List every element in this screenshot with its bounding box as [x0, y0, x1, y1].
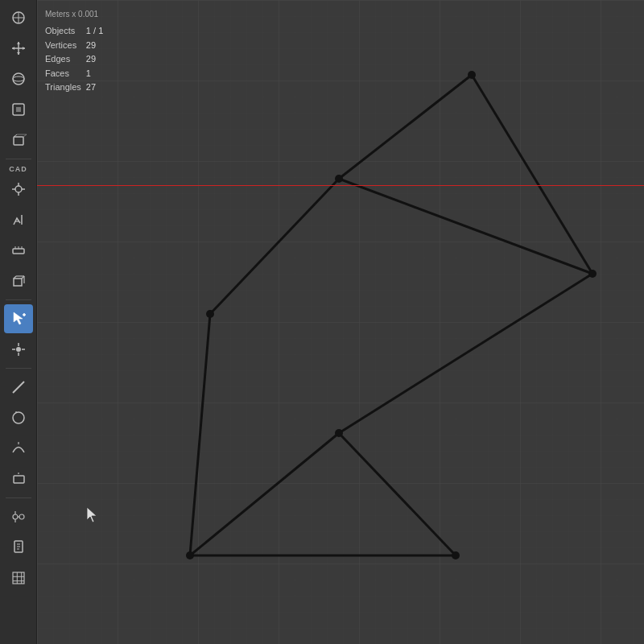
viewport[interactable]: Meters x 0.001 Objects 1 / 1 Vertices 29…	[37, 0, 644, 644]
svg-marker-33	[14, 312, 23, 324]
arc-icon[interactable]	[4, 434, 33, 463]
svg-marker-8	[23, 47, 25, 50]
svg-rect-13	[14, 137, 23, 145]
svg-rect-63	[37, 0, 644, 644]
svg-point-47	[13, 514, 18, 519]
connect-icon[interactable]	[4, 502, 33, 531]
transform3d-icon[interactable]	[4, 126, 33, 155]
svg-point-48	[19, 514, 24, 519]
svg-point-36	[16, 347, 21, 352]
snap-icon[interactable]	[4, 175, 33, 204]
line-icon[interactable]	[4, 373, 33, 402]
separator-1	[6, 159, 31, 159]
page-icon[interactable]	[4, 533, 33, 562]
separator-2	[6, 299, 31, 300]
svg-point-17	[15, 186, 22, 192]
svg-marker-6	[17, 52, 20, 55]
svg-point-42	[13, 412, 24, 423]
svg-rect-12	[16, 107, 21, 112]
pointer-plus-icon[interactable]	[4, 304, 33, 333]
move-node-icon[interactable]	[4, 335, 33, 364]
svg-rect-45	[14, 476, 24, 483]
annotate-icon[interactable]	[4, 205, 33, 234]
cursor-icon[interactable]	[4, 3, 33, 32]
svg-marker-5	[17, 42, 20, 44]
separator-4	[6, 497, 31, 498]
grid-background	[37, 0, 644, 644]
move-icon[interactable]	[4, 34, 33, 63]
circle-icon[interactable]	[4, 403, 33, 432]
cad-label: CAD	[9, 165, 27, 173]
svg-point-9	[13, 73, 24, 85]
view-icon[interactable]	[4, 95, 33, 124]
grid-icon[interactable]	[4, 564, 33, 592]
measure-icon[interactable]	[4, 236, 33, 265]
orbit-icon[interactable]	[4, 64, 33, 93]
svg-marker-7	[12, 47, 14, 50]
svg-line-41	[13, 382, 24, 393]
rect-icon[interactable]	[4, 464, 33, 493]
svg-rect-28	[14, 279, 22, 286]
box3d-icon[interactable]	[4, 266, 33, 295]
left-toolbar: CAD	[0, 0, 37, 644]
separator-3	[6, 368, 31, 369]
svg-rect-24	[13, 249, 24, 254]
svg-point-10	[13, 76, 24, 81]
svg-rect-56	[13, 572, 24, 584]
